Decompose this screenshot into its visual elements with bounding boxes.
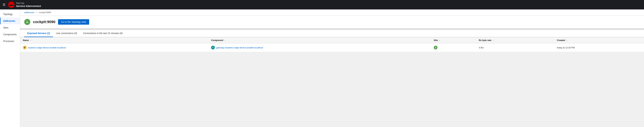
name-badge-icon: P bbox=[23, 46, 26, 49]
sidebar: Topology Addresses Sites Components Proc… bbox=[0, 10, 20, 127]
component-link[interactable]: gateway-student1-edge-device-ansible-loc… bbox=[216, 46, 263, 49]
name-link[interactable]: student1-edge-device-ansible-localhost bbox=[28, 46, 66, 49]
column-site[interactable]: Site ↕ bbox=[431, 37, 476, 43]
sort-component-icon: ↕ bbox=[224, 39, 226, 41]
breadcrumb: addresses > cockpit:9090 bbox=[20, 10, 644, 16]
sort-name-icon: ↕ bbox=[30, 39, 31, 41]
table-row: P student1-edge-device-ansible-localhost… bbox=[20, 43, 644, 52]
cell-created: today at 12:30 PM bbox=[554, 43, 644, 52]
address-header: A cockpit:9090 Go to the Topology view bbox=[20, 16, 644, 29]
tabs-bar: Exposed Servers (1) Live connections (0)… bbox=[20, 30, 644, 37]
sort-site-icon: ↕ bbox=[439, 39, 440, 41]
sort-rx-icon: ↕ bbox=[493, 39, 494, 41]
column-created[interactable]: Created ↕ bbox=[554, 37, 644, 43]
brand-text: Red Hat Service Interconnect bbox=[16, 2, 41, 8]
cell-site: S bbox=[431, 43, 476, 52]
tab-live-connections[interactable]: Live connections (0) bbox=[53, 30, 80, 37]
hamburger-menu-icon[interactable]: ☰ bbox=[3, 3, 6, 7]
cell-component: C gateway-student1-edge-device-ansible-l… bbox=[208, 43, 431, 52]
sidebar-item-sites[interactable]: Sites bbox=[0, 24, 20, 31]
cell-name: P student1-edge-device-ansible-localhost bbox=[20, 43, 208, 52]
sidebar-item-processes[interactable]: Processes bbox=[0, 38, 20, 45]
brand-line2: Service Interconnect bbox=[16, 5, 41, 8]
site-badge-icon: S bbox=[434, 46, 438, 49]
redhat-logo-icon bbox=[8, 2, 14, 8]
brand: Red Hat Service Interconnect bbox=[8, 2, 41, 8]
breadcrumb-separator: > bbox=[36, 11, 37, 14]
column-rx-byte-rate[interactable]: Rx byte rate ↕ bbox=[476, 37, 554, 43]
section-divider bbox=[20, 29, 644, 30]
top-navigation: ☰ Red Hat Service Interconnect bbox=[0, 0, 644, 10]
table-header-row: Name ↕ Component ↕ Site ↕ bbox=[20, 37, 644, 43]
address-name: cockpit:9090 bbox=[33, 20, 55, 24]
column-name[interactable]: Name ↕ bbox=[20, 37, 208, 43]
exposed-servers-table: Name ↕ Component ↕ Site ↕ bbox=[20, 37, 644, 52]
brand-line1: Red Hat bbox=[16, 2, 41, 5]
tab-exposed-servers[interactable]: Exposed Servers (1) bbox=[24, 30, 53, 37]
cell-rx-byte-rate: 0 B/s bbox=[476, 43, 554, 52]
breadcrumb-current: cockpit:9090 bbox=[39, 11, 51, 14]
sidebar-item-addresses[interactable]: Addresses bbox=[0, 18, 20, 24]
page-layout: Topology Addresses Sites Components Proc… bbox=[0, 10, 644, 127]
main-content: addresses > cockpit:9090 A cockpit:9090 … bbox=[20, 10, 644, 127]
sidebar-item-topology[interactable]: Topology bbox=[0, 11, 20, 18]
column-component[interactable]: Component ↕ bbox=[208, 37, 431, 43]
sidebar-item-components[interactable]: Components bbox=[0, 31, 20, 38]
address-icon: A bbox=[24, 19, 30, 25]
tabs-section: Exposed Servers (1) Live connections (0)… bbox=[20, 30, 644, 52]
tab-connections-15min[interactable]: Connections in the last 15 minutes (0) bbox=[80, 30, 126, 37]
svg-point-4 bbox=[10, 3, 12, 5]
sort-created-icon: ↕ bbox=[566, 39, 567, 41]
component-badge-icon: C bbox=[211, 46, 215, 49]
table-container: Name ↕ Component ↕ Site ↕ bbox=[20, 37, 644, 52]
breadcrumb-parent-link[interactable]: addresses bbox=[24, 11, 34, 14]
topology-view-button[interactable]: Go to the Topology view bbox=[58, 19, 89, 25]
